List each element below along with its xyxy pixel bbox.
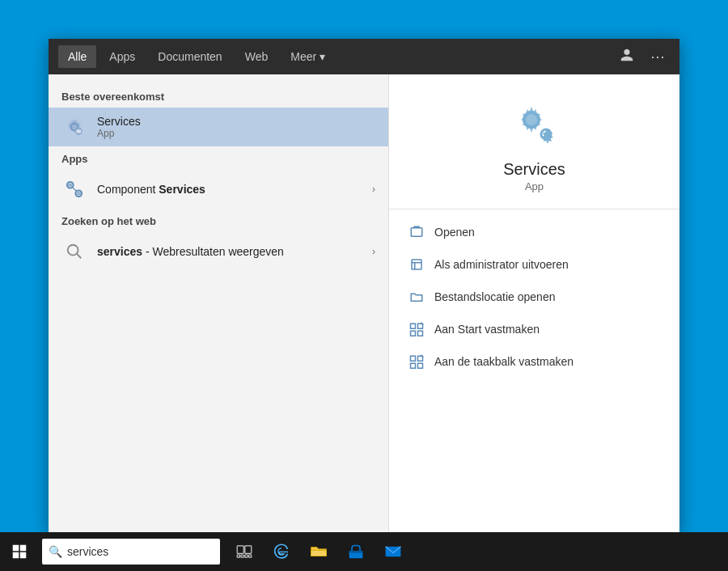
task-view-button[interactable]	[226, 532, 262, 571]
result-component-services[interactable]: Component Services ›	[49, 170, 388, 209]
action-pin-start[interactable]: Aan Start vastmaken	[389, 313, 679, 345]
action-file-location[interactable]: Bestandslocatie openen	[389, 281, 679, 313]
section-apps: Apps	[49, 146, 388, 170]
services-result-text: Services App	[97, 115, 141, 139]
action-admin-label: Als administrator uitvoeren	[434, 258, 569, 271]
action-pin-start-label: Aan Start vastmaken	[434, 323, 540, 336]
profile-icon[interactable]	[615, 44, 639, 70]
svg-rect-22	[411, 363, 416, 368]
svg-line-24	[421, 355, 423, 357]
taskbar-search-icon: 🔍	[49, 545, 62, 558]
app-detail-name: Services	[503, 160, 565, 179]
result-web-search[interactable]: services - Webresultaten weergeven ›	[49, 232, 388, 271]
tab-web[interactable]: Web	[235, 45, 278, 68]
folder-icon	[408, 289, 425, 305]
svg-rect-20	[411, 356, 416, 361]
section-beste-overeenkomst: Beste overeenkomst	[49, 84, 388, 108]
svg-rect-12	[412, 260, 421, 269]
svg-rect-23	[418, 363, 423, 368]
svg-rect-32	[241, 555, 243, 557]
file-explorer-button[interactable]	[301, 532, 336, 571]
svg-rect-33	[245, 555, 248, 557]
tab-documenten[interactable]: Documenten	[148, 45, 231, 68]
search-window: Alle Apps Documenten Web Meer ▾ ⋯ Beste …	[49, 39, 679, 532]
section-zoeken-web: Zoeken op het web	[49, 209, 388, 232]
admin-icon	[408, 256, 425, 273]
svg-rect-11	[411, 228, 422, 237]
svg-rect-29	[237, 546, 243, 554]
svg-rect-37	[349, 551, 363, 553]
left-panel: Beste overeenkomst Services App	[49, 74, 388, 532]
services-icon	[61, 114, 87, 140]
edge-button[interactable]	[264, 532, 299, 571]
action-admin[interactable]: Als administrator uitvoeren	[389, 248, 679, 281]
search-nav: Alle Apps Documenten Web Meer ▾ ⋯	[49, 39, 679, 74]
services-app-icon	[509, 99, 561, 150]
pin-taskbar-icon	[408, 353, 425, 370]
action-open-label: Openen	[434, 226, 475, 239]
web-chevron-right-icon: ›	[372, 246, 375, 257]
nav-right-icons: ⋯	[615, 44, 670, 70]
taskbar-icons	[226, 532, 411, 571]
web-search-result-text: services - Webresultaten weergeven	[97, 245, 284, 258]
svg-rect-18	[418, 331, 423, 336]
component-services-icon	[61, 176, 87, 202]
app-detail-type: App	[525, 180, 544, 192]
store-button[interactable]	[338, 532, 374, 571]
services-result-sub: App	[97, 128, 141, 139]
chevron-right-icon: ›	[372, 184, 375, 195]
svg-rect-27	[13, 552, 19, 559]
taskbar-search-text: services	[67, 545, 108, 558]
action-pin-taskbar-label: Aan de taakbalk vastmaken	[434, 355, 574, 368]
svg-rect-26	[20, 545, 27, 552]
action-open[interactable]: Openen	[389, 216, 679, 248]
chevron-down-icon: ▾	[320, 50, 325, 63]
svg-rect-30	[245, 546, 252, 554]
tab-meer[interactable]: Meer ▾	[281, 45, 335, 68]
start-button[interactable]	[0, 532, 39, 571]
svg-rect-25	[13, 545, 19, 552]
action-list: Openen Als administrator uitvoeren	[389, 209, 679, 384]
web-search-result-name: services - Webresultaten weergeven	[97, 245, 284, 258]
more-options-icon[interactable]: ⋯	[645, 44, 670, 69]
pin-start-icon	[408, 321, 425, 337]
right-panel: Services App Openen	[388, 74, 679, 532]
open-icon	[408, 224, 425, 240]
svg-line-6	[77, 254, 81, 258]
svg-rect-15	[411, 324, 416, 328]
svg-rect-35	[311, 550, 327, 556]
svg-marker-8	[521, 107, 542, 133]
web-search-icon	[61, 239, 87, 264]
component-services-result-name: Component Services	[97, 183, 205, 196]
action-pin-taskbar[interactable]: Aan de taakbalk vastmaken	[389, 345, 679, 378]
svg-line-19	[421, 323, 423, 325]
tab-alle[interactable]: Alle	[58, 45, 96, 68]
component-services-result-text: Component Services	[97, 183, 205, 196]
services-result-name: Services	[97, 115, 141, 128]
taskbar-search-box[interactable]: 🔍 services	[42, 539, 220, 565]
tab-apps[interactable]: Apps	[99, 45, 145, 68]
svg-rect-34	[249, 555, 252, 557]
svg-point-5	[68, 245, 78, 256]
action-file-location-label: Bestandslocatie openen	[434, 290, 555, 303]
svg-rect-28	[20, 552, 27, 559]
search-content: Beste overeenkomst Services App	[49, 74, 679, 532]
app-detail: Services App	[389, 74, 679, 209]
svg-rect-17	[411, 331, 416, 336]
mail-button[interactable]	[375, 532, 411, 571]
svg-rect-31	[237, 555, 239, 557]
svg-line-4	[72, 187, 76, 191]
taskbar: 🔍 services	[0, 532, 728, 571]
result-services[interactable]: Services App	[49, 108, 388, 146]
